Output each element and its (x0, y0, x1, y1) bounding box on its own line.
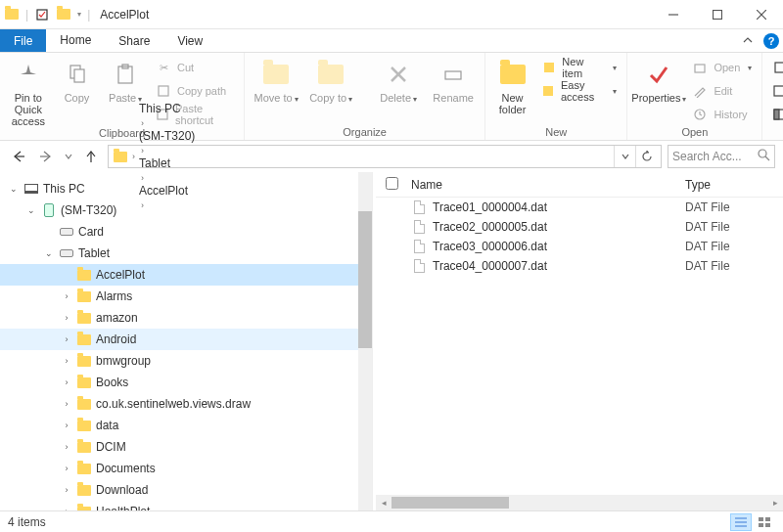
properties-button[interactable]: Properties▾ (633, 55, 684, 106)
chevron-right-icon[interactable]: › (139, 118, 146, 128)
move-to-button[interactable]: Move to▾ (251, 55, 301, 106)
nav-back-button[interactable] (8, 146, 29, 167)
new-item-button[interactable]: New item▾ (537, 57, 621, 78)
tree-item[interactable]: ›HealthPlot (0, 501, 372, 510)
tree-item[interactable]: ›data (0, 415, 372, 436)
tree-item[interactable]: Card (0, 221, 372, 243)
hscroll-thumb[interactable] (392, 497, 509, 509)
refresh-button[interactable] (635, 146, 657, 167)
qat-separator: | (25, 8, 28, 22)
breadcrumb-segment[interactable]: Tablet (139, 156, 195, 170)
properties-qat-icon[interactable] (34, 7, 50, 22)
tab-home[interactable]: Home (46, 29, 105, 52)
breadcrumb-segment[interactable]: This PC (139, 102, 195, 115)
new-folder-button[interactable]: New folder (491, 55, 533, 115)
svg-line-26 (765, 156, 769, 160)
history-button[interactable]: History (688, 104, 756, 125)
help-button[interactable]: ? (760, 29, 783, 52)
column-header-name[interactable]: Name (411, 178, 685, 192)
file-row[interactable]: Trace03_0000006.datDAT File (376, 237, 783, 256)
tree-item-label: DCIM (96, 440, 126, 454)
hscroll-left-arrow[interactable]: ◂ (376, 498, 392, 508)
delete-button[interactable]: Delete▾ (373, 55, 424, 106)
select-none-button[interactable]: Select none (768, 80, 783, 102)
tree-expander[interactable]: › (61, 507, 72, 510)
tree-item[interactable]: ›bmwgroup (0, 350, 372, 372)
tree-expander[interactable]: › (61, 377, 72, 387)
copy-path-button[interactable]: Copy path (152, 80, 238, 102)
tab-file[interactable]: File (0, 29, 46, 52)
svg-rect-15 (543, 86, 553, 96)
details-view-button[interactable] (730, 513, 752, 531)
tree-expander[interactable]: › (61, 356, 72, 366)
nav-scroll-thumb[interactable] (358, 211, 372, 348)
edit-button[interactable]: Edit (688, 80, 756, 102)
tree-item-icon (76, 353, 92, 369)
large-icons-view-button[interactable] (754, 513, 775, 531)
close-button[interactable] (739, 0, 783, 29)
tab-share[interactable]: Share (105, 29, 163, 52)
file-row[interactable]: Trace02_0000005.datDAT File (376, 217, 783, 237)
tree-expander[interactable]: ⌄ (43, 248, 55, 258)
select-all-checkbox[interactable] (386, 177, 398, 190)
tree-item[interactable]: ⌄Tablet (0, 243, 372, 264)
tree-item[interactable]: ⌄(SM-T320) (0, 200, 372, 221)
nav-recent-button[interactable] (63, 146, 74, 167)
file-row[interactable]: Trace01_0000004.datDAT File (376, 198, 783, 217)
nav-vertical-scrollbar[interactable] (358, 172, 372, 510)
rename-button[interactable]: Rename (428, 55, 479, 104)
file-list[interactable]: Trace01_0000004.datDAT FileTrace02_00000… (376, 198, 783, 495)
cut-button[interactable]: ✂Cut (152, 57, 238, 78)
tree-item[interactable]: ›co.uk.sentinelweb.views.draw (0, 393, 372, 415)
tree-expander[interactable]: › (61, 442, 72, 452)
select-all-button[interactable]: Select all (768, 57, 783, 78)
copy-button[interactable]: Copy (55, 55, 100, 104)
tree-item[interactable]: ›DCIM (0, 436, 372, 458)
tree-expander[interactable]: ⌄ (8, 184, 20, 194)
breadcrumb-segment[interactable]: (SM-T320) (139, 129, 195, 143)
file-icon (411, 219, 427, 235)
tree-expander[interactable]: › (61, 464, 72, 473)
pin-to-quick-access-button[interactable]: Pin to Quick access (6, 55, 51, 127)
search-box[interactable]: Search Acc... (668, 145, 775, 168)
address-dropdown-button[interactable] (614, 146, 635, 167)
search-placeholder: Search Acc... (672, 150, 754, 163)
tree-item[interactable]: ›Download (0, 479, 372, 501)
navigation-pane[interactable]: ⌄This PC⌄(SM-T320)Card⌄TabletAccelPlot›A… (0, 172, 372, 510)
tree-item[interactable]: ›Books (0, 372, 372, 393)
hscroll-right-arrow[interactable]: ▸ (767, 498, 783, 508)
collapse-ribbon-button[interactable] (736, 29, 760, 52)
easy-access-button[interactable]: Easy access▾ (537, 80, 621, 102)
tree-expander[interactable]: › (61, 291, 72, 301)
nav-forward-button[interactable] (35, 146, 57, 167)
tab-view[interactable]: View (163, 29, 216, 52)
nav-up-button[interactable] (80, 146, 102, 167)
tree-item[interactable]: ›Documents (0, 458, 372, 479)
tree-expander[interactable]: › (61, 334, 72, 344)
tree-item[interactable]: ›Alarms (0, 286, 372, 307)
tree-expander[interactable]: › (61, 399, 72, 409)
open-button[interactable]: Open▾ (688, 57, 756, 78)
horizontal-scrollbar[interactable]: ◂ ▸ (376, 495, 783, 510)
tree-item[interactable]: ⌄This PC (0, 178, 372, 200)
chevron-right-icon[interactable]: › (130, 152, 137, 161)
tree-item[interactable]: AccelPlot (0, 264, 372, 286)
tree-expander[interactable]: › (61, 485, 72, 495)
copy-to-button[interactable]: Copy to▾ (305, 55, 356, 106)
breadcrumb-bar[interactable]: › This PC›(SM-T320)›Tablet›AccelPlot› (108, 145, 662, 168)
qat-dropdown-icon[interactable]: ▾ (77, 10, 81, 19)
maximize-button[interactable] (695, 0, 739, 29)
new-folder-qat-icon[interactable] (56, 7, 71, 22)
minimize-button[interactable] (651, 0, 695, 29)
paste-icon (110, 59, 141, 90)
paste-button[interactable]: Paste▾ (103, 55, 148, 106)
file-row[interactable]: Trace04_0000007.datDAT File (376, 256, 783, 276)
tree-item[interactable]: ›amazon (0, 307, 372, 329)
invert-selection-button[interactable]: Invert selection (768, 104, 783, 125)
tree-item[interactable]: ›Android (0, 329, 372, 350)
tree-expander[interactable]: ⌄ (25, 205, 37, 215)
tree-expander[interactable]: › (61, 313, 72, 323)
column-header-type[interactable]: Type (685, 178, 783, 192)
chevron-right-icon[interactable]: › (139, 146, 146, 155)
tree-expander[interactable]: › (61, 421, 72, 430)
